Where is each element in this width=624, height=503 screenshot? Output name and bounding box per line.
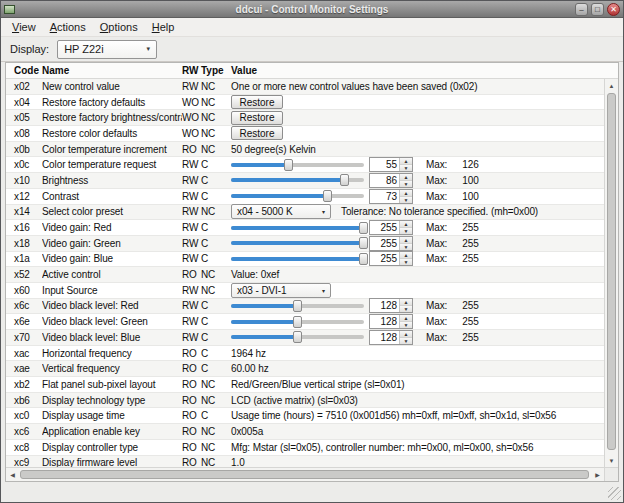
menu-options[interactable]: Options <box>93 19 145 35</box>
menu-view[interactable]: View <box>5 19 43 35</box>
table-row[interactable]: x16 Video gain: Red RW C 255 ▲ ▼ <box>6 220 604 236</box>
value-slider[interactable] <box>231 189 364 203</box>
table-row[interactable]: x12 Contrast RW C 73 ▲ ▼ <box>6 189 604 205</box>
spin-down-icon[interactable]: ▼ <box>400 227 412 234</box>
slider-track <box>231 226 364 230</box>
scroll-up-icon[interactable]: ▲ <box>605 79 618 92</box>
value-slider[interactable] <box>231 330 364 344</box>
value-slider[interactable] <box>231 315 364 329</box>
row-rw: RO <box>182 426 201 437</box>
slider-handle[interactable] <box>359 222 368 234</box>
max-value: 255 <box>462 300 478 311</box>
table-row[interactable]: x14 Select color preset RW NC x04 - 5000… <box>6 205 604 221</box>
spin-down-icon[interactable]: ▼ <box>400 243 412 250</box>
row-rw: RO <box>182 442 201 453</box>
scroll-down-icon[interactable]: ▼ <box>605 454 618 467</box>
titlebar[interactable]: ddcui - Control Monitor Settings – □ ✕ <box>1 1 623 18</box>
slider-handle[interactable] <box>293 300 302 312</box>
table-row[interactable]: x6c Video black level: Red RW C 128 ▲ <box>6 299 604 315</box>
table-row[interactable]: x05 Restore factory brightness/contrast … <box>6 110 604 126</box>
menu-help[interactable]: Help <box>145 19 182 35</box>
table-row[interactable]: xc6 Application enable key RO NC 0x005a <box>6 424 604 440</box>
table-row[interactable]: x10 Brightness RW C 86 ▲ ▼ <box>6 173 604 189</box>
table-row[interactable]: x6e Video black level: Green RW C 128 ▲ <box>6 314 604 330</box>
horizontal-scrollbar-thumb[interactable] <box>20 470 589 479</box>
scroll-left-icon[interactable]: ◀ <box>6 468 19 481</box>
row-rw: RW <box>182 222 201 233</box>
row-name: Display technology type <box>42 395 182 406</box>
vertical-scrollbar-thumb[interactable] <box>607 93 616 450</box>
spin-down-icon[interactable]: ▼ <box>400 337 412 344</box>
table-row[interactable]: x70 Video black level: Blue RW C 128 ▲ <box>6 330 604 346</box>
close-button[interactable]: ✕ <box>607 3 620 16</box>
slider-handle[interactable] <box>323 190 332 202</box>
value-spinbox[interactable]: 55 ▲ ▼ <box>369 157 413 172</box>
maximize-button[interactable]: □ <box>591 3 604 16</box>
spin-down-icon[interactable]: ▼ <box>400 321 412 328</box>
value-spinbox[interactable]: 128 ▲ ▼ <box>369 314 413 329</box>
value-combobox[interactable]: x04 - 5000 K ▾ <box>231 204 331 219</box>
value-spinbox[interactable]: 128 ▲ ▼ <box>369 298 413 313</box>
slider-handle[interactable] <box>284 159 293 171</box>
value-slider[interactable] <box>231 299 364 313</box>
table-row[interactable]: xb2 Flat panel sub-pixel layout RO NC Re… <box>6 377 604 393</box>
table-row[interactable]: xc9 Display firmware level RO NC 1.0 <box>6 456 604 468</box>
spinbox-value: 255 <box>370 252 399 265</box>
table-row[interactable]: x08 Restore color defaults WO NC Restore <box>6 126 604 142</box>
resize-grip[interactable] <box>608 487 621 500</box>
slider-group: 55 ▲ ▼ Max: 126 <box>231 157 604 172</box>
row-type: C <box>201 191 227 202</box>
value-slider[interactable] <box>231 252 364 266</box>
spin-down-icon[interactable]: ▼ <box>400 180 412 187</box>
table-row[interactable]: x52 Active control RO NC Value: 0xef <box>6 267 604 283</box>
value-spinbox[interactable]: 73 ▲ ▼ <box>369 189 413 204</box>
menu-actions[interactable]: Actions <box>43 19 93 35</box>
horizontal-scrollbar[interactable]: ◀ ▶ <box>6 467 604 481</box>
restore-button[interactable]: Restore <box>231 111 283 125</box>
table-row[interactable]: xb6 Display technology type RO NC LCD (a… <box>6 393 604 409</box>
minimize-button[interactable]: – <box>575 3 588 16</box>
table-row[interactable]: x04 Restore factory defaults WO NC Resto… <box>6 95 604 111</box>
slider-handle[interactable] <box>293 316 302 328</box>
value-spinbox[interactable]: 86 ▲ ▼ <box>369 173 413 188</box>
restore-button[interactable]: Restore <box>231 126 283 140</box>
slider-handle[interactable] <box>340 174 349 186</box>
value-spinbox[interactable]: 255 ▲ ▼ <box>369 220 413 235</box>
spin-down-icon[interactable]: ▼ <box>400 258 412 265</box>
table-row[interactable]: x0b Color temperature increment RO NC 50… <box>6 142 604 158</box>
value-spinbox[interactable]: 255 ▲ ▼ <box>369 251 413 266</box>
scroll-right-icon[interactable]: ▶ <box>591 468 604 481</box>
value-slider[interactable] <box>231 221 364 235</box>
spinbox-value: 55 <box>370 158 399 171</box>
value-slider[interactable] <box>231 173 364 187</box>
spin-down-icon[interactable]: ▼ <box>400 196 412 203</box>
slider-handle[interactable] <box>359 253 368 265</box>
max-value: 255 <box>462 253 478 264</box>
table-row[interactable]: x60 Input Source RW NC x03 - DVI-1 ▾ <box>6 283 604 299</box>
restore-button[interactable]: Restore <box>231 95 283 109</box>
value-spinbox[interactable]: 255 ▲ ▼ <box>369 236 413 251</box>
table-row[interactable]: x1a Video gain: Blue RW C 255 ▲ ▼ <box>6 252 604 268</box>
value-slider[interactable] <box>231 236 364 250</box>
max-label: Max: <box>426 332 447 343</box>
table-row[interactable]: xae Vertical frequency RO C 60.00 hz <box>6 361 604 377</box>
row-rw: RO <box>182 363 201 374</box>
table-row[interactable]: xac Horizontal frequency RO C 1964 hz <box>6 346 604 362</box>
table-row[interactable]: xc8 Display controller type RO NC Mfg: M… <box>6 440 604 456</box>
slider-handle[interactable] <box>359 237 368 249</box>
slider-handle[interactable] <box>293 331 302 343</box>
spin-down-icon[interactable]: ▼ <box>400 164 412 171</box>
row-code: xc0 <box>6 410 42 421</box>
table-row[interactable]: x18 Video gain: Green RW C 255 ▲ ▼ <box>6 236 604 252</box>
display-combobox[interactable]: HP Z22i ▾ <box>57 40 157 59</box>
spinbox-value: 73 <box>370 190 399 203</box>
row-rw: RO <box>182 144 201 155</box>
value-spinbox[interactable]: 128 ▲ ▼ <box>369 330 413 345</box>
table-row[interactable]: xc0 Display usage time RO C Usage time (… <box>6 408 604 424</box>
spin-down-icon[interactable]: ▼ <box>400 305 412 312</box>
vertical-scrollbar[interactable]: ▲ ▼ <box>604 79 618 467</box>
value-slider[interactable] <box>231 158 364 172</box>
table-row[interactable]: x02 New control value RW NC One or more … <box>6 79 604 95</box>
value-combobox[interactable]: x03 - DVI-1 ▾ <box>231 283 331 298</box>
table-row[interactable]: x0c Color temperature request RW C 55 ▲ <box>6 157 604 173</box>
